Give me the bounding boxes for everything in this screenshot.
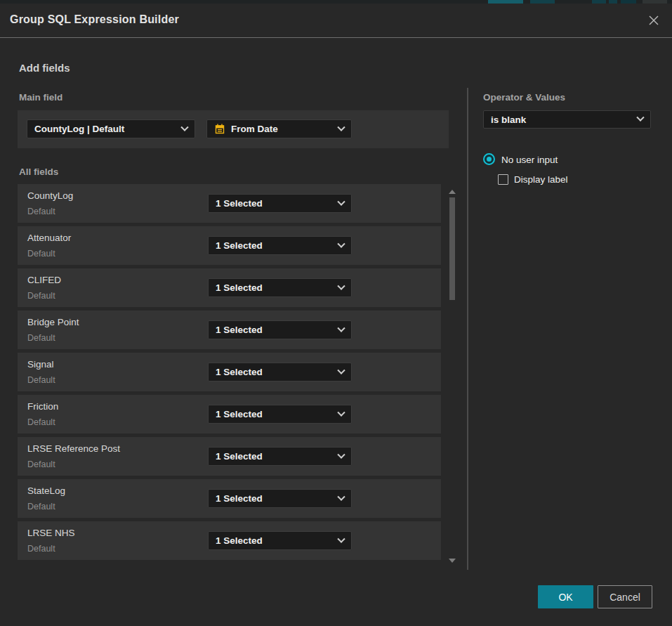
- field-type: Default: [27, 249, 55, 259]
- display-label-label: Display label: [514, 174, 568, 185]
- panel-divider: [467, 88, 468, 570]
- ok-button[interactable]: OK: [538, 585, 593, 608]
- field-name: CLIFED: [27, 275, 61, 285]
- field-selection-value: 1 Selected: [216, 282, 263, 293]
- field-type: Default: [27, 207, 55, 216]
- chevron-down-icon: [337, 197, 345, 205]
- field-type: Default: [27, 333, 55, 343]
- dialog-title: Group SQL Expression Builder: [10, 13, 179, 26]
- field-type: Default: [27, 417, 55, 427]
- main-field-field-select-value: From Date: [231, 124, 278, 134]
- close-icon[interactable]: [645, 12, 662, 29]
- chevron-down-icon: [180, 123, 188, 131]
- field-row-friction: Friction Default 1 Selected: [18, 395, 441, 433]
- chevron-down-icon: [337, 324, 345, 332]
- field-row-lrse-reference-post: LRSE Reference Post Default 1 Selected: [18, 437, 441, 476]
- field-name: LRSE NHS: [27, 528, 75, 538]
- chevron-down-icon: [337, 366, 345, 374]
- field-selection-value: 1 Selected: [216, 198, 263, 209]
- field-selection-value: 1 Selected: [216, 493, 263, 504]
- field-selection-value: 1 Selected: [216, 409, 263, 419]
- field-row-statelog: StateLog Default 1 Selected: [18, 479, 441, 518]
- add-fields-heading: Add fields: [19, 62, 70, 74]
- field-row-bridge-point: Bridge Point Default 1 Selected: [18, 311, 441, 349]
- field-type: Default: [27, 459, 55, 469]
- radio-selected-dot: [487, 157, 492, 162]
- all-fields-list: CountyLog Default 1 Selected Attenuator …: [18, 184, 441, 561]
- chevron-down-icon: [337, 408, 345, 416]
- field-selection-dropdown[interactable]: 1 Selected: [208, 194, 352, 213]
- field-name: CountyLog: [27, 190, 73, 201]
- display-label-checkbox[interactable]: [498, 174, 508, 185]
- field-selection-value: 1 Selected: [216, 325, 263, 335]
- field-row-clifed: CLIFED Default 1 Selected: [18, 268, 441, 307]
- group-sql-expression-builder-dialog: Group SQL Expression Builder Add fields …: [0, 4, 672, 626]
- field-row-lrse-nhs: LRSE NHS Default 1 Selected: [18, 521, 441, 560]
- chevron-down-icon: [636, 114, 644, 122]
- chevron-down-icon: [337, 535, 345, 542]
- field-selection-dropdown[interactable]: 1 Selected: [208, 278, 352, 297]
- field-type: Default: [27, 502, 55, 511]
- field-row-countylog: CountyLog Default 1 Selected: [18, 184, 441, 223]
- main-field-field-select[interactable]: From Date: [206, 119, 352, 138]
- calendar-date-icon: [214, 123, 225, 135]
- field-selection-dropdown[interactable]: 1 Selected: [208, 363, 352, 382]
- field-name: Attenuator: [27, 233, 71, 243]
- chevron-down-icon: [337, 123, 345, 131]
- field-name: Bridge Point: [27, 317, 79, 327]
- field-name: StateLog: [27, 485, 65, 496]
- no-user-input-label: No user input: [501, 155, 558, 165]
- cancel-button[interactable]: Cancel: [598, 585, 652, 608]
- field-selection-value: 1 Selected: [216, 535, 263, 546]
- field-selection-dropdown[interactable]: 1 Selected: [208, 531, 352, 550]
- field-type: Default: [27, 544, 55, 554]
- field-name: LRSE Reference Post: [27, 443, 120, 454]
- operator-select[interactable]: is blank: [483, 110, 651, 129]
- main-field-label: Main field: [19, 92, 62, 103]
- field-selection-dropdown[interactable]: 1 Selected: [208, 320, 352, 339]
- scrollbar-thumb[interactable]: [449, 197, 455, 300]
- field-selection-dropdown[interactable]: 1 Selected: [208, 447, 352, 466]
- chevron-down-icon: [337, 240, 345, 247]
- main-field-panel: CountyLog | Default From Date: [18, 110, 449, 148]
- scroll-down-icon[interactable]: [449, 559, 456, 563]
- field-selection-value: 1 Selected: [216, 240, 263, 251]
- field-type: Default: [27, 291, 55, 301]
- field-selection-value: 1 Selected: [216, 451, 263, 462]
- chevron-down-icon: [337, 493, 345, 500]
- field-selection-dropdown[interactable]: 1 Selected: [208, 405, 352, 424]
- field-row-attenuator: Attenuator Default 1 Selected: [18, 226, 441, 265]
- dialog-header: Group SQL Expression Builder: [0, 4, 672, 38]
- all-fields-label: All fields: [19, 167, 58, 177]
- field-name: Friction: [27, 401, 58, 412]
- main-field-layer-select[interactable]: CountyLog | Default: [27, 119, 195, 138]
- field-row-signal: Signal Default 1 Selected: [18, 353, 441, 391]
- chevron-down-icon: [337, 282, 345, 289]
- no-user-input-radio[interactable]: [483, 153, 495, 165]
- list-scrollbar[interactable]: [448, 186, 456, 564]
- operator-values-label: Operator & Values: [483, 92, 565, 103]
- field-name: Signal: [27, 359, 54, 370]
- field-selection-dropdown[interactable]: 1 Selected: [208, 236, 352, 255]
- scroll-up-icon[interactable]: [449, 190, 456, 194]
- field-type: Default: [27, 375, 55, 385]
- field-selection-dropdown[interactable]: 1 Selected: [208, 489, 352, 508]
- field-selection-value: 1 Selected: [216, 367, 263, 377]
- main-field-layer-select-value: CountyLog | Default: [34, 124, 124, 134]
- operator-select-value: is blank: [491, 115, 526, 125]
- chevron-down-icon: [337, 450, 345, 458]
